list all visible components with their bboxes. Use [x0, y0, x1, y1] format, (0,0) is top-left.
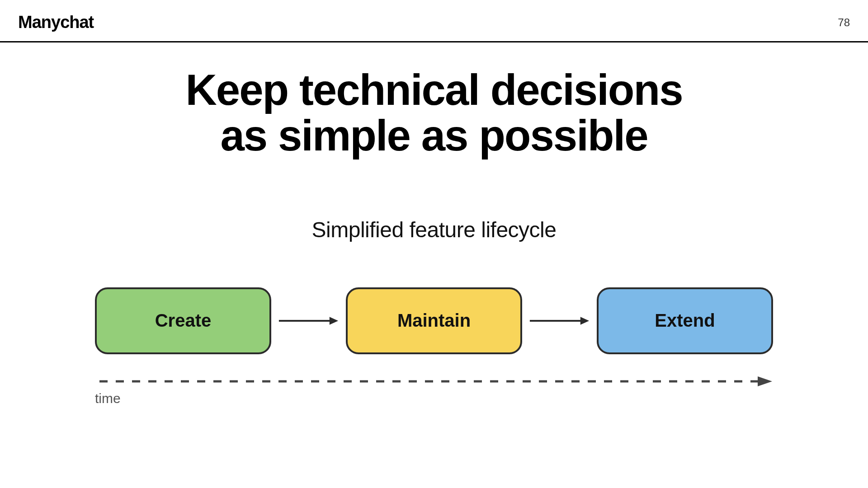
lifecycle-row: Create Maintain Extend: [95, 287, 773, 354]
arrow-icon: [278, 314, 339, 328]
arrow-maintain-to-extend: [522, 314, 597, 328]
slide-title: Keep technical decisions as simple as po…: [0, 67, 868, 159]
title-line-2: as simple as possible: [220, 111, 647, 160]
time-axis-label: time: [95, 391, 773, 406]
svg-marker-5: [758, 376, 772, 386]
brand-logo: Manychat: [18, 13, 94, 32]
slide-header: Manychat 78: [0, 0, 868, 42]
lifecycle-box-extend: Extend: [597, 287, 773, 354]
time-axis-arrow-icon: [95, 375, 773, 388]
lifecycle-box-maintain: Maintain: [346, 287, 522, 354]
page-number: 78: [838, 16, 850, 29]
arrow-icon: [529, 314, 590, 328]
time-axis: time: [95, 375, 773, 406]
svg-marker-3: [580, 317, 589, 324]
lifecycle-box-create: Create: [95, 287, 271, 354]
title-line-1: Keep technical decisions: [185, 66, 682, 114]
lifecycle-diagram: Create Maintain Extend time: [95, 287, 773, 406]
svg-marker-1: [330, 317, 338, 324]
slide-subtitle: Simplified feature lifecycle: [0, 217, 868, 242]
arrow-create-to-maintain: [271, 314, 346, 328]
